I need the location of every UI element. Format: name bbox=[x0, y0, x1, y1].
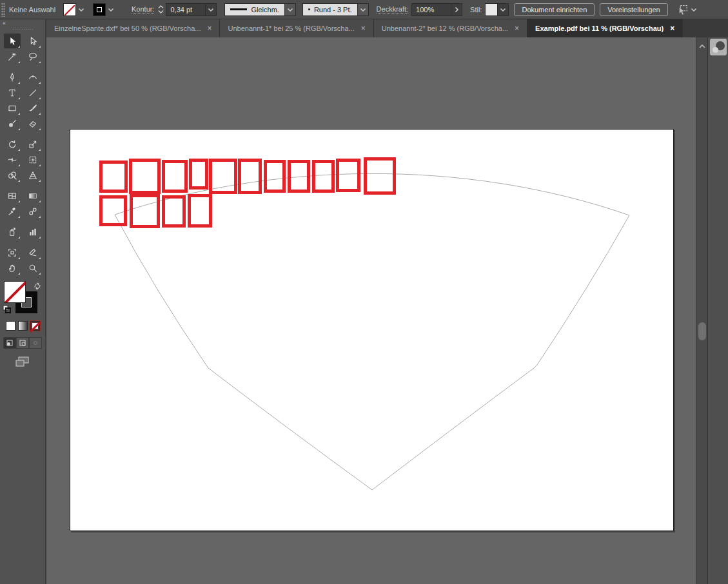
close-tab-icon[interactable]: × bbox=[361, 24, 366, 32]
document-tab-4[interactable]: Example.pdf bei 11 % (RGB/Vorschau)× bbox=[527, 19, 683, 37]
select-similar-icon[interactable] bbox=[676, 4, 689, 15]
artboard-tool[interactable] bbox=[4, 245, 21, 260]
scroll-up-icon[interactable] bbox=[698, 40, 706, 52]
symbol-sprayer-tool[interactable] bbox=[4, 224, 21, 239]
stroke-profile-select[interactable]: Gleichm. bbox=[224, 3, 284, 16]
type-tool[interactable] bbox=[4, 85, 21, 100]
stroke-color-swatch[interactable] bbox=[93, 3, 106, 16]
select-similar-chevron-down-icon[interactable] bbox=[689, 3, 699, 16]
gradient-button[interactable] bbox=[18, 321, 28, 331]
lasso-tool[interactable] bbox=[25, 49, 41, 64]
direct-selection-tool[interactable] bbox=[25, 34, 41, 48]
opacity-input[interactable]: 100% bbox=[411, 3, 451, 16]
fill-stroke-proxy[interactable] bbox=[3, 281, 43, 317]
document-tab-1[interactable]: EinzelneSpante.dxf* bei 50 % (RGB/Vorsch… bbox=[46, 19, 220, 37]
tool-flyout-indicator bbox=[39, 200, 41, 202]
close-tab-icon[interactable]: × bbox=[207, 24, 212, 32]
line-segment-tool[interactable] bbox=[25, 85, 41, 100]
default-fill-stroke-icon[interactable] bbox=[3, 304, 11, 316]
red-rectangle-4[interactable] bbox=[189, 159, 208, 190]
red-rectangle-14[interactable] bbox=[162, 195, 186, 228]
selection-tool-icon bbox=[7, 36, 17, 46]
draw-inside-button[interactable] bbox=[29, 337, 42, 349]
control-bar-grip[interactable] bbox=[1, 3, 5, 17]
red-rectangle-8[interactable] bbox=[288, 160, 310, 193]
zoom-tool[interactable] bbox=[25, 260, 41, 275]
selection-tool[interactable] bbox=[4, 34, 21, 48]
red-rectangle-6[interactable] bbox=[238, 159, 262, 194]
style-swatch[interactable] bbox=[485, 3, 498, 16]
opacity-chevron-right-icon[interactable] bbox=[451, 3, 462, 16]
blend-tool[interactable] bbox=[25, 204, 41, 219]
free-transform-tool-icon bbox=[28, 155, 38, 165]
stroke-weight-label[interactable]: Kontur: bbox=[132, 5, 154, 14]
eyedropper-tool[interactable] bbox=[4, 204, 21, 219]
eraser-tool[interactable] bbox=[25, 116, 41, 131]
close-tab-icon[interactable]: × bbox=[670, 24, 674, 32]
mesh-tool[interactable] bbox=[4, 188, 21, 203]
hand-tool[interactable] bbox=[4, 260, 21, 275]
shape-builder-tool[interactable] bbox=[4, 168, 21, 182]
fill-proxy-swatch[interactable] bbox=[4, 281, 26, 303]
canvas-pasteboard[interactable] bbox=[46, 37, 696, 584]
artboard[interactable] bbox=[70, 129, 674, 531]
slice-tool[interactable] bbox=[25, 245, 41, 260]
fill-color-dropdown-chevron-down-icon[interactable] bbox=[76, 3, 86, 16]
close-tab-icon[interactable]: × bbox=[515, 24, 519, 32]
collapse-panel-icon[interactable]: « bbox=[3, 20, 6, 26]
gradient-tool[interactable] bbox=[25, 188, 41, 203]
preferences-button[interactable]: Voreinstellungen bbox=[600, 3, 667, 16]
stroke-weight-input[interactable]: 0,34 pt bbox=[166, 3, 206, 16]
rotate-tool[interactable] bbox=[4, 137, 21, 151]
stepper-up-icon bbox=[158, 5, 164, 9]
dock-panel-icon[interactable] bbox=[710, 39, 727, 55]
curvature-tool[interactable] bbox=[25, 70, 41, 84]
scale-tool[interactable] bbox=[25, 137, 41, 151]
red-rectangle-5[interactable] bbox=[209, 159, 237, 194]
tool-flyout-indicator bbox=[39, 216, 41, 218]
fill-color-swatch[interactable] bbox=[63, 3, 76, 16]
red-rectangle-10[interactable] bbox=[336, 159, 360, 192]
screen-mode-icon[interactable] bbox=[0, 356, 45, 367]
rectangle-tool[interactable] bbox=[4, 101, 21, 115]
style-chevron-down-icon[interactable] bbox=[498, 3, 509, 16]
document-tab-3[interactable]: Unbenannt-2* bei 12 % (RGB/Vorscha...× bbox=[374, 19, 527, 37]
scrollbar-thumb[interactable] bbox=[698, 322, 706, 340]
stroke-weight-dropdown-chevron-down-icon[interactable] bbox=[206, 3, 217, 16]
document-tab-2[interactable]: Unbenannt-1* bei 25 % (RGB/Vorscha...× bbox=[220, 19, 373, 37]
red-rectangle-9[interactable] bbox=[312, 160, 335, 193]
brush-chevron-down-icon[interactable] bbox=[358, 3, 369, 16]
red-rectangle-1[interactable] bbox=[99, 161, 128, 193]
red-rectangle-12[interactable] bbox=[99, 195, 127, 226]
opacity-label[interactable]: Deckkraft: bbox=[377, 5, 409, 14]
column-graph-tool[interactable] bbox=[25, 224, 41, 239]
red-rectangle-2[interactable] bbox=[129, 159, 161, 194]
magic-wand-tool[interactable] bbox=[4, 49, 21, 64]
width-tool[interactable] bbox=[4, 152, 21, 167]
document-setup-button[interactable]: Dokument einrichten bbox=[514, 3, 595, 16]
brush-select[interactable]: Rund - 3 Pt. bbox=[302, 3, 358, 16]
red-rectangle-7[interactable] bbox=[264, 160, 286, 193]
perspective-grid-tool[interactable] bbox=[25, 168, 41, 182]
stroke-color-dropdown-chevron-down-icon[interactable] bbox=[106, 3, 116, 16]
draw-behind-button[interactable] bbox=[16, 337, 29, 349]
draw-normal-button[interactable] bbox=[3, 337, 16, 349]
selection-status: Keine Auswahl bbox=[9, 6, 63, 14]
tool-flyout-indicator bbox=[18, 61, 20, 63]
red-rectangle-11[interactable] bbox=[364, 157, 396, 195]
none-button[interactable] bbox=[30, 321, 40, 331]
red-rectangle-3[interactable] bbox=[162, 160, 188, 193]
vertical-scrollbar[interactable] bbox=[696, 37, 707, 584]
pen-tool[interactable] bbox=[4, 70, 21, 84]
stroke-profile-chevron-down-icon[interactable] bbox=[285, 3, 296, 16]
line-segment-tool-icon bbox=[28, 88, 38, 98]
free-transform-tool[interactable] bbox=[25, 152, 41, 167]
tools-panel-grip[interactable] bbox=[12, 28, 33, 31]
red-rectangle-15[interactable] bbox=[188, 194, 212, 228]
paintbrush-tool[interactable] bbox=[25, 101, 41, 115]
stroke-weight-stepper[interactable] bbox=[158, 5, 164, 14]
red-rectangle-13[interactable] bbox=[130, 194, 160, 228]
shaper-tool[interactable] bbox=[4, 116, 21, 131]
color-button[interactable] bbox=[6, 321, 15, 331]
tool-flyout-indicator bbox=[39, 273, 41, 275]
